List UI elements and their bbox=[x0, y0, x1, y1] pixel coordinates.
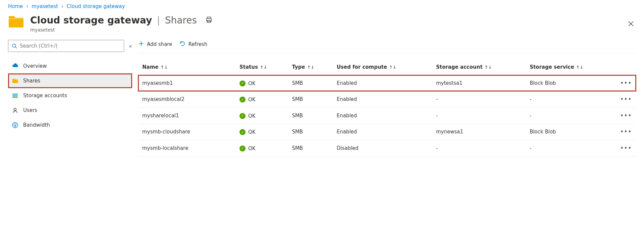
sidebar-item-bandwidth[interactable]: Bandwidth bbox=[8, 118, 132, 132]
chevron-right-icon: › bbox=[26, 3, 28, 9]
sidebar-nav: OverviewSharesStorage accountsUsersBandw… bbox=[8, 59, 132, 132]
sort-icon: ↑↓ bbox=[307, 65, 315, 70]
row-actions-button[interactable]: ••• bbox=[620, 113, 632, 119]
cell-service: - bbox=[526, 108, 616, 124]
sort-icon: ↑↓ bbox=[160, 65, 168, 70]
column-header[interactable]: Storage service↑↓ bbox=[526, 59, 616, 75]
sidebar-item-shares[interactable]: Shares bbox=[8, 73, 132, 88]
svg-point-5 bbox=[12, 44, 16, 47]
cell-name: myasesmblocal2 bbox=[138, 91, 235, 108]
sidebar-item-users[interactable]: Users bbox=[8, 103, 132, 118]
sort-icon: ↑↓ bbox=[485, 65, 492, 70]
sidebar-item-overview[interactable]: Overview bbox=[8, 59, 132, 73]
breadcrumb-item[interactable]: Home bbox=[8, 3, 23, 9]
page-subtitle: myasetest bbox=[30, 27, 213, 33]
page-section: Shares bbox=[165, 15, 197, 26]
cell-account: mytestsa1 bbox=[432, 75, 526, 92]
nav-label: Users bbox=[23, 107, 37, 113]
column-label: Type bbox=[292, 64, 305, 70]
folder-icon bbox=[8, 15, 24, 28]
table-row[interactable]: mysmb-localshare✓OKSMBDisabled--••• bbox=[138, 140, 636, 157]
nav-icon bbox=[12, 77, 18, 84]
nav-label: Shares bbox=[23, 78, 40, 84]
row-actions-button[interactable]: ••• bbox=[620, 80, 632, 86]
svg-point-12 bbox=[15, 126, 15, 127]
shares-table: Name↑↓Status↑↓Type↑↓Used for compute↑↓St… bbox=[138, 59, 636, 157]
status-ok-icon: ✓ bbox=[239, 145, 246, 152]
svg-rect-8 bbox=[12, 95, 18, 97]
breadcrumb-item[interactable]: myasetest bbox=[32, 3, 58, 9]
status-ok-icon: ✓ bbox=[239, 97, 246, 103]
cell-account: - bbox=[432, 108, 526, 124]
row-actions-button[interactable]: ••• bbox=[620, 96, 632, 102]
search-input-wrapper[interactable] bbox=[8, 40, 124, 52]
column-header[interactable]: Storage account↑↓ bbox=[432, 59, 526, 75]
cell-service: Block Blob bbox=[526, 75, 616, 92]
row-actions-button[interactable]: ••• bbox=[620, 145, 632, 151]
column-label: Storage service bbox=[530, 64, 574, 70]
refresh-icon bbox=[179, 41, 185, 48]
status-ok-icon: ✓ bbox=[239, 129, 246, 135]
nav-icon bbox=[12, 63, 18, 69]
collapse-sidebar-button[interactable]: « bbox=[129, 43, 132, 49]
table-row[interactable]: myasesmb1✓OKSMBEnabledmytestsa1Block Blo… bbox=[138, 75, 636, 92]
cell-type: SMB bbox=[288, 91, 332, 108]
nav-label: Storage accounts bbox=[23, 93, 67, 99]
page-title: Cloud storage gateway bbox=[30, 15, 152, 26]
column-label: Name bbox=[142, 64, 158, 70]
breadcrumb: Home › myasetest › Cloud storage gateway bbox=[8, 3, 636, 9]
cell-status: ✓OK bbox=[235, 91, 288, 108]
column-header[interactable]: Name↑↓ bbox=[138, 59, 235, 75]
cell-name: mysmb-cloudshare bbox=[138, 124, 235, 140]
title-divider: | bbox=[157, 15, 160, 26]
breadcrumb-item[interactable]: Cloud storage gateway bbox=[67, 3, 125, 9]
status-ok-icon: ✓ bbox=[239, 113, 246, 119]
table-row[interactable]: myasesmblocal2✓OKSMBEnabled--••• bbox=[138, 91, 636, 108]
cell-compute: Disabled bbox=[333, 140, 432, 157]
chevron-right-icon: › bbox=[61, 3, 63, 9]
nav-label: Overview bbox=[23, 63, 47, 69]
cell-status: ✓OK bbox=[235, 75, 288, 92]
sort-icon: ↑↓ bbox=[576, 65, 584, 70]
svg-point-10 bbox=[14, 108, 16, 111]
search-icon bbox=[12, 43, 17, 49]
cell-service: Block Blob bbox=[526, 124, 616, 140]
add-share-button[interactable]: Add share bbox=[138, 41, 172, 48]
sort-icon: ↑↓ bbox=[389, 65, 396, 70]
close-button[interactable] bbox=[628, 21, 634, 28]
cell-status: ✓OK bbox=[235, 140, 288, 157]
cell-name: mysharelocal1 bbox=[138, 108, 235, 124]
nav-label: Bandwidth bbox=[23, 122, 50, 128]
sort-icon: ↑↓ bbox=[260, 65, 267, 70]
cell-compute: Enabled bbox=[333, 91, 432, 108]
refresh-label: Refresh bbox=[188, 41, 207, 47]
cell-status: ✓OK bbox=[235, 108, 288, 124]
table-row[interactable]: mysmb-cloudshare✓OKSMBEnabledmynewsa1Blo… bbox=[138, 124, 636, 140]
column-label: Used for compute bbox=[337, 64, 387, 70]
svg-rect-0 bbox=[207, 17, 211, 19]
column-header[interactable]: Type↑↓ bbox=[288, 59, 332, 75]
cell-type: SMB bbox=[288, 140, 332, 157]
refresh-button[interactable]: Refresh bbox=[179, 41, 207, 48]
search-input[interactable] bbox=[20, 43, 120, 49]
cell-service: - bbox=[526, 140, 616, 157]
column-header[interactable]: Status↑↓ bbox=[235, 59, 288, 75]
cell-compute: Enabled bbox=[333, 108, 432, 124]
sidebar-item-storage-accounts[interactable]: Storage accounts bbox=[8, 88, 132, 103]
cell-name: mysmb-localshare bbox=[138, 140, 235, 157]
column-label: Status bbox=[239, 64, 258, 70]
cell-service: - bbox=[526, 91, 616, 108]
row-actions-button[interactable]: ••• bbox=[620, 129, 632, 135]
cell-type: SMB bbox=[288, 75, 332, 92]
cell-compute: Enabled bbox=[333, 124, 432, 140]
cell-type: SMB bbox=[288, 108, 332, 124]
table-row[interactable]: mysharelocal1✓OKSMBEnabled--••• bbox=[138, 108, 636, 124]
svg-rect-7 bbox=[12, 94, 18, 95]
cell-name: myasesmb1 bbox=[138, 75, 235, 92]
nav-icon bbox=[12, 92, 18, 99]
column-header[interactable]: Used for compute↑↓ bbox=[333, 59, 432, 75]
cell-account: - bbox=[432, 140, 526, 157]
print-button[interactable] bbox=[205, 16, 213, 23]
nav-icon bbox=[12, 107, 18, 114]
add-share-label: Add share bbox=[147, 41, 172, 47]
